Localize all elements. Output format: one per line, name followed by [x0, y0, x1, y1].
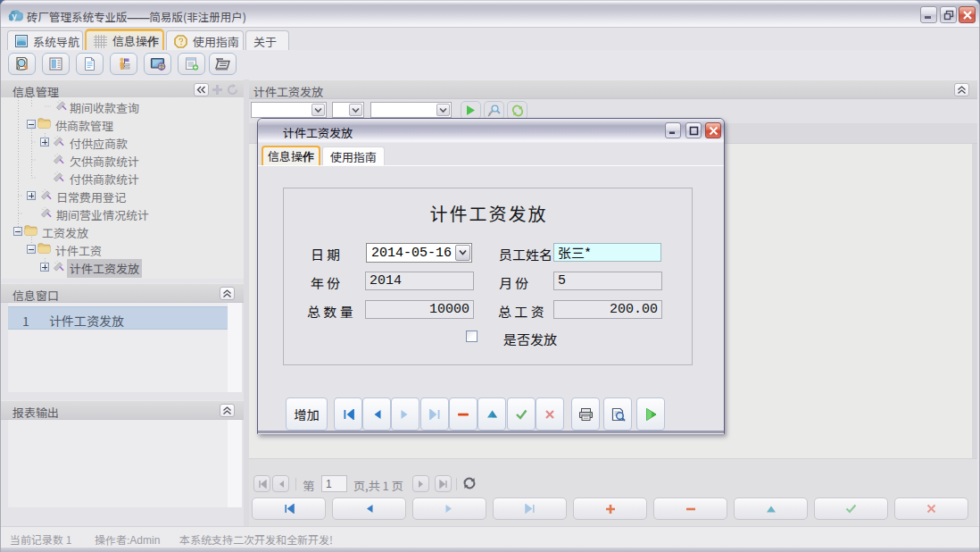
- svg-text:y: y: [12, 11, 17, 21]
